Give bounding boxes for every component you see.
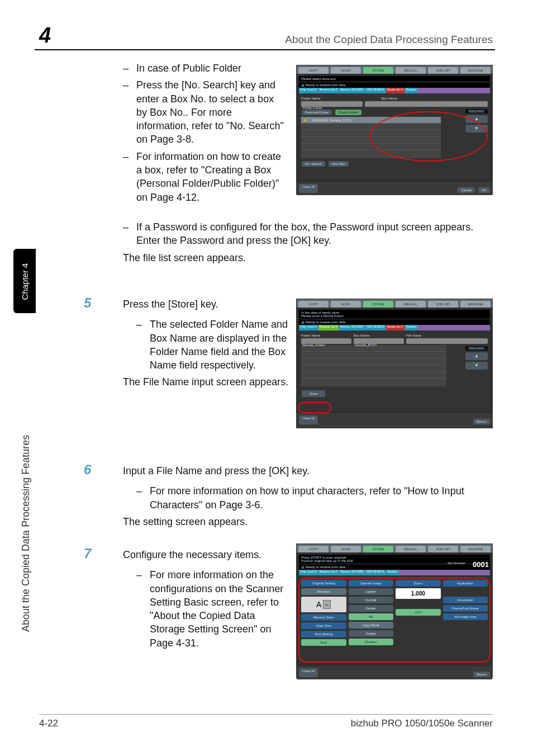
- prompt-text: In the case of newly storePlease push a …: [299, 310, 490, 319]
- status-bar: Orig. Count 0 Reserve Job 0 Memory 100.0…: [299, 570, 490, 575]
- darker-button[interactable]: Darker: [349, 605, 394, 612]
- tab-machine[interactable]: MACHINE: [460, 301, 491, 308]
- file-name-value: [406, 338, 488, 344]
- no-search-button[interactable]: No. Search: [302, 161, 325, 167]
- header-rule: [35, 49, 495, 50]
- body-text: The setting screen appears.: [123, 515, 492, 528]
- duplex-button[interactable]: Duplex: [349, 630, 394, 637]
- tab-scan[interactable]: SCAN: [331, 546, 361, 552]
- tab-machine[interactable]: MACHINE: [460, 67, 491, 74]
- cancel-button[interactable]: Cancel: [458, 187, 475, 193]
- status-bar: Orig. Count 0 Reserve Job 0 Memory 100.0…: [299, 325, 490, 330]
- tab-copy[interactable]: COPY: [298, 301, 329, 308]
- frame-fold-erase-button[interactable]: Frame/Fold Erase: [443, 605, 488, 612]
- clear-all-button[interactable]: Clear All: [299, 415, 318, 424]
- all-image-area-button[interactable]: All-Image Area: [443, 613, 488, 620]
- ok-button[interactable]: OK: [478, 187, 490, 193]
- file-list[interactable]: [301, 345, 446, 386]
- bullet-dash: –: [123, 78, 136, 146]
- mode-tabs: COPY SCAN STORE RECALL JOB LIST MACHINE: [297, 299, 492, 308]
- step-text: Input a File Name and press the [OK] key…: [123, 464, 492, 478]
- tab-scan[interactable]: SCAN: [331, 301, 361, 308]
- lighter-button[interactable]: Lighter: [349, 588, 394, 595]
- tab-store[interactable]: STORE: [363, 67, 393, 74]
- set-number-value: 0001: [473, 560, 489, 569]
- list-pager: 0001/0001 ▲ ▼: [465, 346, 488, 371]
- tab-joblist[interactable]: JOB LIST: [428, 546, 458, 552]
- status-item: Memory 100.000%: [339, 570, 365, 575]
- status-item: Reserve Job 0: [318, 570, 339, 575]
- tab-scan[interactable]: SCAN: [331, 67, 361, 74]
- zoom-value: 1.000: [396, 588, 441, 599]
- mode-tabs: COPY SCAN STORE RECALL JOB LIST MACHINE: [297, 544, 492, 552]
- auto-button[interactable]: Auto: [301, 639, 346, 646]
- bullet-dash: –: [123, 62, 136, 75]
- body-text: In case of Public Folder: [136, 62, 285, 75]
- return-button[interactable]: Return: [473, 419, 490, 424]
- size-setting-button[interactable]: Size Setting: [301, 631, 346, 637]
- label-direction: Direction: [301, 588, 346, 595]
- status-item: Reserve Job 0: [318, 325, 339, 330]
- tab-recall[interactable]: RECALL: [396, 301, 426, 308]
- heading-original-setting: Original Setting: [301, 580, 346, 587]
- status-item: Memory 100.000%: [339, 88, 365, 93]
- folder-name-value: Public Folder: [301, 101, 363, 107]
- status-item: Modem Err 0: [386, 88, 404, 93]
- status-item: Modem Err 0: [386, 325, 404, 330]
- box-list[interactable]: 🔒000000001 Sample_BOX1: [301, 117, 441, 158]
- return-button[interactable]: Return: [473, 672, 490, 677]
- tab-personal-folder[interactable]: Personal Folder: [302, 110, 332, 115]
- body-text: The selected Folder Name and Box Name ar…: [150, 318, 291, 372]
- new-box-button[interactable]: New Box: [329, 161, 349, 167]
- direction-selector[interactable]: A▭: [301, 597, 346, 612]
- set-number-label: Set Number: [448, 561, 465, 565]
- status-item: Reserve Job 0: [318, 88, 339, 93]
- clear-all-button[interactable]: Clear All: [299, 184, 318, 193]
- tab-recall[interactable]: RECALL: [396, 67, 426, 74]
- status-line: 🖨 Ready to receive print data: [299, 319, 490, 325]
- tab-public-folder[interactable]: Public Folder: [335, 110, 361, 115]
- ae-button[interactable]: AE: [349, 613, 394, 620]
- tab-store[interactable]: STORE: [363, 546, 393, 552]
- status-bar: Orig. Count 0 Reserve Job 0 Memory 100.0…: [299, 88, 490, 93]
- body-text: The File Name input screen appears.: [123, 375, 291, 389]
- tab-joblist[interactable]: JOB LIST: [428, 301, 458, 308]
- copy-mode-button[interactable]: Copy Mode: [349, 622, 394, 629]
- zoom-x10-button[interactable]: x1.0: [396, 609, 441, 616]
- step-number: 7: [84, 546, 91, 561]
- normal-button[interactable]: Normal: [349, 597, 394, 603]
- label-file-name: File Name: [406, 334, 421, 337]
- page-up-button[interactable]: ▲: [465, 352, 488, 360]
- memory-scan-button[interactable]: Memory Scan: [301, 614, 346, 621]
- box-name-field[interactable]: [365, 101, 488, 107]
- chapter-tab: Chapter 4: [13, 249, 36, 313]
- status-item: HDD 99.957%: [365, 570, 386, 575]
- scan-size-button[interactable]: Scan Size: [301, 622, 346, 629]
- screenshot-setting: COPY SCAN STORE RECALL JOB LIST MACHINE …: [296, 544, 493, 678]
- tab-recall[interactable]: RECALL: [396, 546, 426, 552]
- section-tab-label: About the Copied Data Processing Feature…: [20, 319, 32, 632]
- prompt-text: Please select store box: [299, 76, 490, 82]
- clear-all-button[interactable]: Clear All: [299, 668, 318, 677]
- body-text: If a Password is configured for the box,…: [136, 220, 493, 248]
- product-name: bizhub PRO 1050/1050e Scanner: [351, 718, 493, 729]
- side-tab: Chapter 4 About the Copied Data Processi…: [13, 249, 36, 640]
- tab-machine[interactable]: MACHINE: [460, 546, 491, 552]
- store-button[interactable]: Store: [302, 390, 325, 397]
- list-item[interactable]: 000000001 Sample_BOX1: [310, 119, 354, 122]
- box-name-value: Sample_BOX1: [354, 338, 404, 344]
- status-item: HDD 99.981%: [365, 88, 386, 93]
- annotation-button[interactable]: Annotation: [443, 597, 488, 603]
- tab-copy[interactable]: COPY: [298, 67, 329, 74]
- page-down-button[interactable]: ▼: [465, 362, 488, 370]
- step-text: Press the [Store] key.: [123, 297, 291, 311]
- screenshot-select-box: COPY SCAN STORE RECALL JOB LIST MACHINE …: [296, 65, 493, 195]
- tab-joblist[interactable]: JOB LIST: [428, 67, 458, 74]
- simplex-button[interactable]: Simplex: [349, 639, 394, 645]
- page-footer: 4-22 bizhub PRO 1050/1050e Scanner: [39, 714, 493, 729]
- bullet-dash: –: [136, 484, 150, 512]
- tab-copy[interactable]: COPY: [298, 546, 329, 552]
- tab-store[interactable]: STORE: [363, 301, 393, 308]
- page-up-button[interactable]: ▲: [465, 115, 488, 123]
- page-down-button[interactable]: ▼: [465, 125, 488, 133]
